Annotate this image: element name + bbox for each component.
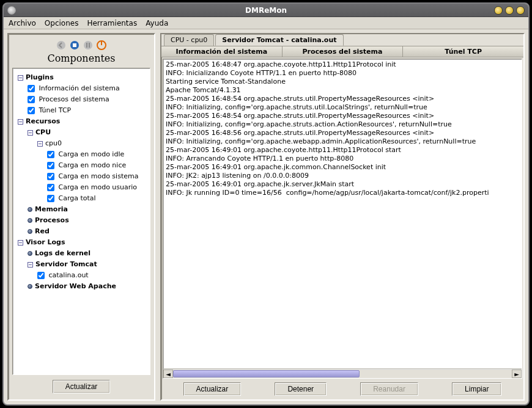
node-icon	[28, 284, 32, 289]
subtab-tunel-tcp[interactable]: Túnel TCP	[403, 46, 523, 57]
tree-cpu0[interactable]: cpu0	[15, 138, 147, 149]
tree-kernel-logs[interactable]: Logs de kernel	[15, 248, 147, 259]
checkbox-carga-usuario[interactable]	[47, 184, 54, 191]
node-icon	[28, 229, 32, 234]
stop-icon[interactable]	[68, 39, 81, 51]
left-panel: Componentes Plugins Información del sist…	[7, 33, 155, 401]
node-icon	[28, 251, 32, 256]
menu-archivo[interactable]: Archivo	[9, 19, 36, 27]
tree-memoria[interactable]: Memoria	[15, 204, 147, 215]
right-button-bar: Actualizar Detener Reanudar Limpiar	[161, 379, 523, 399]
checkbox-carga-idle[interactable]	[47, 151, 54, 158]
right-panel: CPU - cpu0 Servidor Tomcat - catalina.ou…	[160, 33, 525, 401]
menubar: Archivo Opciones Herramientas Ayuda	[4, 17, 528, 29]
minimize-button[interactable]	[494, 6, 503, 15]
reanudar-button[interactable]: Reanudar	[360, 382, 418, 396]
tree-item[interactable]: Carga total	[15, 193, 147, 204]
tree-item[interactable]: catalina.out	[15, 270, 147, 281]
app-window: DMReMon Archivo Opciones Herramientas Ay…	[2, 2, 530, 406]
scroll-track[interactable]	[173, 370, 512, 378]
menu-herramientas[interactable]: Herramientas	[87, 19, 137, 27]
sub-tabs: Información del sistema Procesos del sis…	[161, 46, 523, 57]
svg-rect-2	[73, 43, 76, 47]
toolbar-icons	[12, 39, 150, 51]
tree-procesos[interactable]: Procesos	[15, 215, 147, 226]
subtab-procesos[interactable]: Procesos del sistema	[283, 46, 404, 57]
subtab-info-sistema[interactable]: Información del sistema	[161, 46, 283, 57]
svg-rect-5	[89, 43, 90, 48]
node-icon	[28, 218, 32, 223]
tree-plugins[interactable]: Plugins	[15, 72, 147, 83]
log-text[interactable]: 25-mar-2005 16:48:47 org.apache.coyote.h…	[163, 59, 522, 368]
svg-rect-4	[86, 43, 87, 48]
maximize-button[interactable]	[505, 6, 514, 15]
detener-button[interactable]: Detener	[275, 382, 327, 396]
tree-red[interactable]: Red	[15, 226, 147, 237]
tree-servidor-tomcat[interactable]: Servidor Tomcat	[15, 259, 147, 270]
node-icon	[28, 207, 32, 212]
tree-recursos[interactable]: Recursos	[15, 116, 147, 127]
main-tabs: CPU - cpu0 Servidor Tomcat - catalina.ou…	[161, 34, 523, 46]
checkbox-tunel-tcp[interactable]	[28, 107, 35, 114]
titlebar: DMReMon	[4, 4, 528, 17]
svg-point-0	[57, 41, 65, 49]
checkbox-info-sistema[interactable]	[28, 85, 35, 92]
left-panel-title: Componentes	[12, 53, 150, 64]
component-tree[interactable]: Plugins Información del sistema Procesos…	[12, 68, 150, 375]
log-viewer: 25-mar-2005 16:48:47 org.apache.coyote.h…	[163, 59, 522, 379]
tree-item[interactable]: Carga en modo nice	[15, 160, 147, 171]
checkbox-catalina-out[interactable]	[37, 272, 45, 279]
tree-item[interactable]: Carga en modo idle	[15, 149, 147, 160]
scroll-left-arrow[interactable]: ◄	[163, 370, 173, 378]
actualizar-button[interactable]: Actualizar	[183, 382, 242, 396]
checkbox-carga-nice[interactable]	[47, 162, 54, 169]
svg-point-3	[84, 41, 92, 49]
limpiar-button[interactable]: Limpiar	[452, 382, 501, 396]
tab-cpu[interactable]: CPU - cpu0	[164, 34, 214, 46]
tree-item[interactable]: Procesos del sistema	[15, 94, 147, 105]
menu-opciones[interactable]: Opciones	[45, 19, 79, 27]
back-icon[interactable]	[55, 39, 67, 51]
tab-tomcat[interactable]: Servidor Tomcat - catalina.out	[215, 34, 343, 46]
tree-item[interactable]: Información del sistema	[15, 83, 147, 94]
horizontal-scrollbar[interactable]: ◄ ►	[163, 368, 522, 378]
tree-item[interactable]: Carga en modo sistema	[15, 171, 147, 182]
tree-item[interactable]: Carga en modo usuario	[15, 182, 147, 193]
window-title: DMReMon	[245, 6, 287, 15]
tree-cpu[interactable]: CPU	[15, 127, 147, 138]
checkbox-carga-sistema[interactable]	[47, 173, 54, 180]
menu-ayuda[interactable]: Ayuda	[146, 19, 168, 27]
window-menu-icon[interactable]	[7, 6, 16, 15]
close-button[interactable]	[516, 6, 525, 15]
scroll-right-arrow[interactable]: ►	[512, 370, 522, 378]
tree-servidor-apache[interactable]: Servidor Web Apache	[15, 281, 147, 292]
pause-icon[interactable]	[82, 39, 94, 51]
scroll-thumb[interactable]	[173, 370, 360, 377]
checkbox-procesos-sistema[interactable]	[28, 96, 35, 103]
tree-visor-logs[interactable]: Visor Logs	[15, 237, 147, 248]
left-update-button[interactable]: Actualizar	[53, 380, 111, 393]
power-icon[interactable]	[95, 39, 108, 51]
tree-item[interactable]: Túnel TCP	[15, 105, 147, 116]
checkbox-carga-total[interactable]	[47, 195, 54, 202]
